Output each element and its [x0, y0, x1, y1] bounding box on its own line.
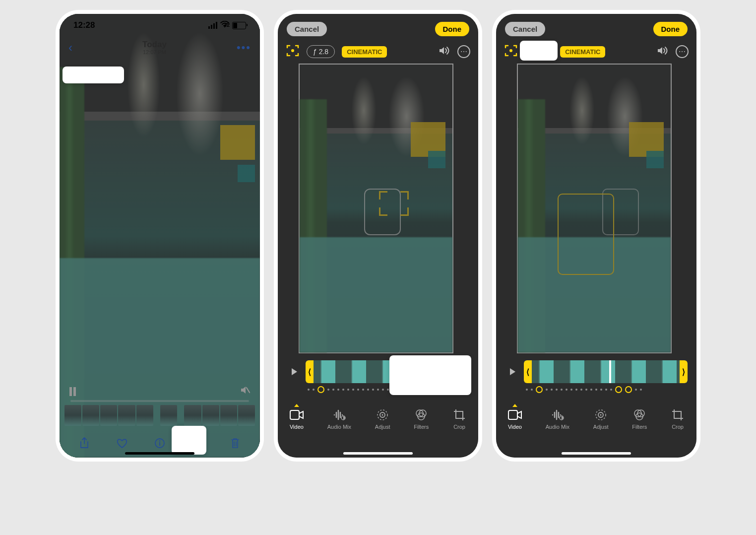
- home-indicator: [125, 452, 194, 455]
- tab-audio-mix[interactable]: Audio Mix: [327, 408, 351, 430]
- audio-button[interactable]: [439, 46, 450, 58]
- tab-label: Audio Mix: [327, 424, 351, 430]
- audio-button[interactable]: [657, 46, 669, 58]
- status-bar: 12:28 32: [60, 14, 260, 37]
- info-button[interactable]: [150, 433, 170, 453]
- tab-label: Adjust: [375, 424, 390, 430]
- more-options-button[interactable]: ⋯: [457, 45, 470, 58]
- audio-mix-icon: [551, 408, 565, 422]
- tab-crop[interactable]: Crop: [452, 408, 466, 430]
- home-indicator: [343, 452, 413, 455]
- editor-preview[interactable]: [299, 64, 453, 353]
- tab-video[interactable]: Video: [508, 408, 522, 430]
- more-button[interactable]: •••: [237, 41, 251, 54]
- back-button[interactable]: ‹: [68, 41, 72, 55]
- highlight-timeline: [389, 355, 471, 395]
- thumbnail-strip[interactable]: [64, 405, 255, 426]
- video-icon: [508, 408, 522, 422]
- svg-point-14: [291, 49, 294, 52]
- focus-mode-button[interactable]: [504, 44, 518, 60]
- tab-label: Adjust: [593, 424, 609, 430]
- video-icon: [290, 408, 304, 422]
- phone-photos-viewer: 12:28 32 ‹ Today 12:07 PM: [56, 10, 264, 462]
- battery-icon: 32: [232, 22, 246, 29]
- editor-preview[interactable]: [517, 64, 672, 353]
- tab-filters[interactable]: Filters: [414, 408, 429, 430]
- status-time: 12:28: [73, 20, 95, 30]
- tab-crop[interactable]: Crop: [671, 408, 685, 430]
- highlight-cinematic-badge: [63, 67, 124, 83]
- cinematic-chip[interactable]: CINEMATIC: [342, 46, 387, 58]
- tab-filters[interactable]: Filters: [632, 408, 647, 430]
- svg-point-23: [509, 49, 512, 52]
- page-title: Today 12:07 PM: [142, 40, 167, 56]
- svg-rect-7: [159, 442, 160, 446]
- depth-keyframe-track[interactable]: [526, 386, 688, 393]
- svg-point-6: [159, 440, 160, 441]
- home-indicator: [562, 452, 631, 455]
- highlight-fstop: [520, 41, 558, 61]
- play-button[interactable]: [505, 364, 520, 379]
- tab-video[interactable]: Video: [290, 408, 304, 430]
- mute-button[interactable]: [240, 386, 250, 397]
- tab-label: Audio Mix: [546, 424, 569, 430]
- phone-editor-fstop: Cancel Done ƒ 2.8 CINEMATIC ⋯: [492, 10, 700, 462]
- svg-point-19: [382, 414, 383, 416]
- cancel-button[interactable]: Cancel: [505, 22, 545, 36]
- tab-label: Filters: [414, 424, 429, 430]
- adjust-icon: [376, 408, 389, 422]
- focus-selected-yellow[interactable]: [558, 194, 614, 275]
- audio-mix-icon: [332, 408, 346, 422]
- depth-fstop-button[interactable]: ƒ 2.8: [307, 45, 335, 58]
- focus-mode-button[interactable]: [286, 44, 300, 60]
- cinematic-chip[interactable]: CINEMATIC: [560, 46, 605, 58]
- tab-adjust[interactable]: Adjust: [375, 408, 390, 430]
- trim-handle-left[interactable]: ⟨: [306, 360, 314, 383]
- share-button[interactable]: [74, 433, 94, 453]
- trim-handle-right[interactable]: ⟩: [680, 360, 688, 383]
- more-options-button[interactable]: ⋯: [676, 45, 689, 58]
- playhead[interactable]: [609, 360, 611, 383]
- trash-button[interactable]: [225, 433, 245, 453]
- tab-label: Filters: [632, 424, 647, 430]
- filters-icon: [414, 408, 428, 422]
- favorite-button[interactable]: [112, 433, 132, 453]
- tab-label: Crop: [453, 424, 465, 430]
- play-button[interactable]: [287, 364, 302, 379]
- cancel-button[interactable]: Cancel: [287, 22, 327, 36]
- trim-handle-left[interactable]: ⟨: [524, 360, 532, 383]
- tab-adjust[interactable]: Adjust: [593, 408, 609, 430]
- adjust-icon: [594, 408, 608, 422]
- crop-icon: [671, 408, 685, 422]
- crop-icon: [452, 408, 466, 422]
- done-button[interactable]: Done: [435, 22, 470, 36]
- done-button[interactable]: Done: [653, 22, 688, 36]
- tab-label: Video: [290, 424, 304, 430]
- scrubber[interactable]: [70, 400, 249, 402]
- tab-label: Video: [508, 424, 522, 430]
- tab-label: Crop: [672, 424, 684, 430]
- svg-rect-24: [508, 410, 517, 419]
- pause-button[interactable]: [69, 387, 76, 396]
- svg-rect-15: [290, 410, 299, 419]
- tab-audio-mix[interactable]: Audio Mix: [546, 408, 569, 430]
- cellular-icon: [208, 22, 217, 29]
- phone-editor-timeline: Cancel Done ƒ 2.8 CINEMATIC ⋯: [274, 10, 482, 462]
- highlight-edit-button: [172, 426, 206, 455]
- svg-point-28: [600, 414, 602, 416]
- clip-timeline[interactable]: ⟨ ⟩: [524, 360, 688, 383]
- filters-icon: [632, 408, 646, 422]
